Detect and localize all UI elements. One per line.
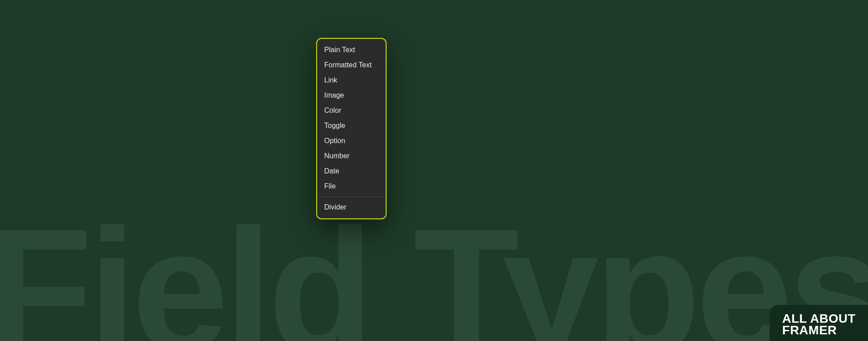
menu-item-toggle[interactable]: Toggle xyxy=(317,118,386,133)
background-watermark-text: Field Types xyxy=(0,203,868,341)
menu-item-link[interactable]: Link xyxy=(317,73,386,88)
menu-item-file[interactable]: File xyxy=(317,179,386,194)
brand-badge: ALL ABOUT FRAMER xyxy=(770,305,868,341)
brand-text: ALL ABOUT FRAMER xyxy=(782,313,856,337)
menu-item-formatted-text[interactable]: Formatted Text xyxy=(317,58,386,73)
menu-item-color[interactable]: Color xyxy=(317,103,386,118)
brand-line-2: FRAMER xyxy=(782,325,856,337)
menu-item-date[interactable]: Date xyxy=(317,164,386,179)
menu-item-image[interactable]: Image xyxy=(317,88,386,103)
menu-item-number[interactable]: Number xyxy=(317,148,386,164)
menu-item-divider[interactable]: Divider xyxy=(317,200,386,215)
menu-item-plain-text[interactable]: Plain Text xyxy=(317,42,386,58)
menu-item-option[interactable]: Option xyxy=(317,133,386,148)
menu-divider-line xyxy=(317,197,386,197)
brand-line-1: ALL ABOUT xyxy=(782,313,856,325)
field-types-dropdown: Plain Text Formatted Text Link Image Col… xyxy=(316,38,387,219)
